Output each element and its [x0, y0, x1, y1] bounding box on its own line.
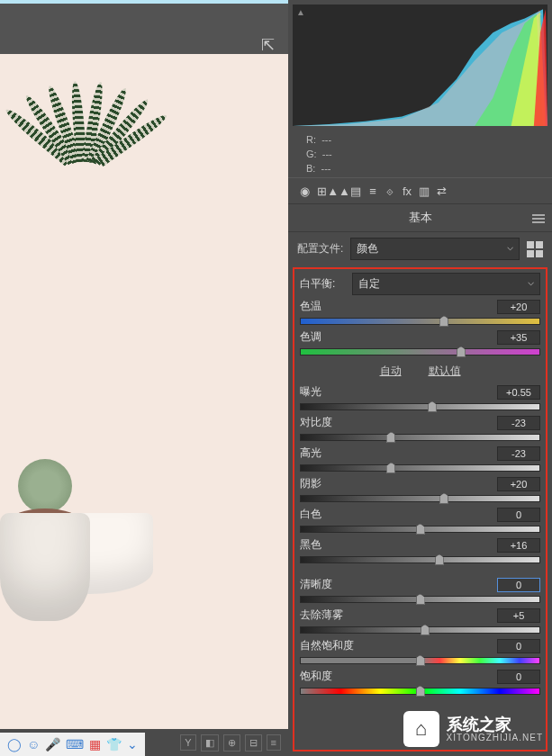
preview-image[interactable]: [0, 54, 288, 729]
profile-browser-icon[interactable]: [527, 241, 543, 257]
saturation-value[interactable]: [497, 670, 540, 684]
taskbar: ◯ ☺ 🎤 ⌨ ▦ 👕 ⌄: [0, 733, 145, 756]
highlights-value[interactable]: [497, 446, 540, 461]
temp-value[interactable]: [497, 300, 540, 314]
default-button[interactable]: 默认值: [429, 364, 461, 379]
exposure-slider: 曝光: [300, 384, 540, 413]
temp-label: 色温: [300, 299, 321, 314]
tool-strip: ◉ ⊞ ▲▲ ▤ ≡ ⟐ fx ▥ ⇄: [288, 177, 552, 204]
whites-slider: 白色: [300, 507, 540, 536]
tb-shirt-icon[interactable]: 👕: [106, 737, 122, 752]
temperature-slider: 色温: [300, 299, 540, 328]
basic-panel-title[interactable]: 基本: [288, 204, 552, 232]
clarity-slider: 清晰度: [300, 577, 540, 606]
dehaze-value[interactable]: [497, 608, 540, 623]
tool-settings-icon[interactable]: ≡: [267, 734, 281, 751]
tool-plus-icon[interactable]: ⊕: [223, 734, 240, 752]
tint-label: 色调: [300, 329, 321, 345]
tb-chevron-down-icon[interactable]: ⌄: [127, 737, 138, 752]
tool-y-icon[interactable]: Y: [180, 734, 195, 751]
vibrance-slider: 自然饱和度: [300, 638, 540, 667]
clarity-value[interactable]: [497, 578, 540, 592]
tool-split-icon[interactable]: ◧: [201, 734, 219, 752]
adjustments-panel: ▲ ▲ R: --- G: --- B: --- ◉ ⊞ ▲▲ ▤ ≡ ⟐ fx…: [288, 0, 552, 756]
tb-smile-icon[interactable]: ☺: [27, 737, 40, 752]
tb-mic-icon[interactable]: 🎤: [45, 737, 60, 752]
saturation-slider: 饱和度: [300, 669, 540, 698]
spot-icon[interactable]: ▲▲: [331, 184, 346, 198]
blacks-value[interactable]: [497, 538, 540, 553]
tb-circle-icon[interactable]: ◯: [7, 737, 22, 752]
dehaze-slider: 去除薄雾: [300, 608, 540, 636]
fx-icon[interactable]: fx: [400, 184, 414, 198]
highlights-slider: 高光: [300, 446, 540, 474]
profile-row: 配置文件: 颜色: [288, 232, 552, 266]
watermark: ⌂ 系统之家 XITONGZHIJIA.NET: [403, 711, 544, 747]
watermark-text: 系统之家: [447, 716, 544, 733]
edit-icon[interactable]: ◉: [297, 184, 312, 198]
filter-icon[interactable]: ≡: [366, 184, 380, 198]
temp-track[interactable]: [300, 315, 540, 328]
watermark-sub: XITONGZHIJIA.NET: [447, 733, 544, 742]
contrast-slider: 对比度: [300, 415, 540, 444]
wb-label: 白平衡:: [300, 276, 345, 292]
tint-track[interactable]: [300, 346, 540, 358]
histogram[interactable]: ▲ ▲: [293, 4, 547, 126]
vibrance-value[interactable]: [497, 639, 540, 653]
tb-app-icon[interactable]: ▦: [89, 737, 101, 752]
calib-icon[interactable]: ▥: [417, 184, 431, 198]
tool-minus-icon[interactable]: ⊟: [245, 734, 262, 752]
shadows-slider: 阴影: [300, 476, 540, 505]
exposure-value[interactable]: [497, 385, 540, 400]
brush-icon[interactable]: ⟐: [383, 184, 397, 198]
watermark-icon: ⌂: [403, 711, 439, 747]
white-balance-row: 白平衡: 自定: [300, 273, 540, 295]
presets-icon[interactable]: ⇄: [434, 184, 448, 198]
rgb-readout: R: --- G: --- B: ---: [288, 130, 552, 177]
profile-label: 配置文件:: [297, 241, 343, 256]
whites-value[interactable]: [497, 508, 540, 522]
tint-value[interactable]: [497, 330, 540, 345]
profile-dropdown[interactable]: 颜色: [350, 238, 520, 260]
export-icon[interactable]: ⇱: [261, 35, 275, 55]
exposure-actions: 自动 默认值: [300, 364, 540, 379]
top-bar: ⇱: [0, 0, 288, 54]
blacks-slider: 黑色: [300, 537, 540, 566]
highlighted-controls: 白平衡: 自定 色温 色调: [293, 267, 547, 752]
contrast-value[interactable]: [497, 416, 540, 430]
wb-dropdown[interactable]: 自定: [352, 273, 540, 295]
image-preview-panel: ⇱ Y ◧ ⊕: [0, 0, 288, 756]
redeye-icon[interactable]: ▤: [348, 184, 363, 198]
tb-keyboard-icon[interactable]: ⌨: [66, 737, 84, 752]
tint-slider: 色调: [300, 329, 540, 358]
shadows-value[interactable]: [497, 477, 540, 491]
auto-button[interactable]: 自动: [380, 364, 402, 379]
